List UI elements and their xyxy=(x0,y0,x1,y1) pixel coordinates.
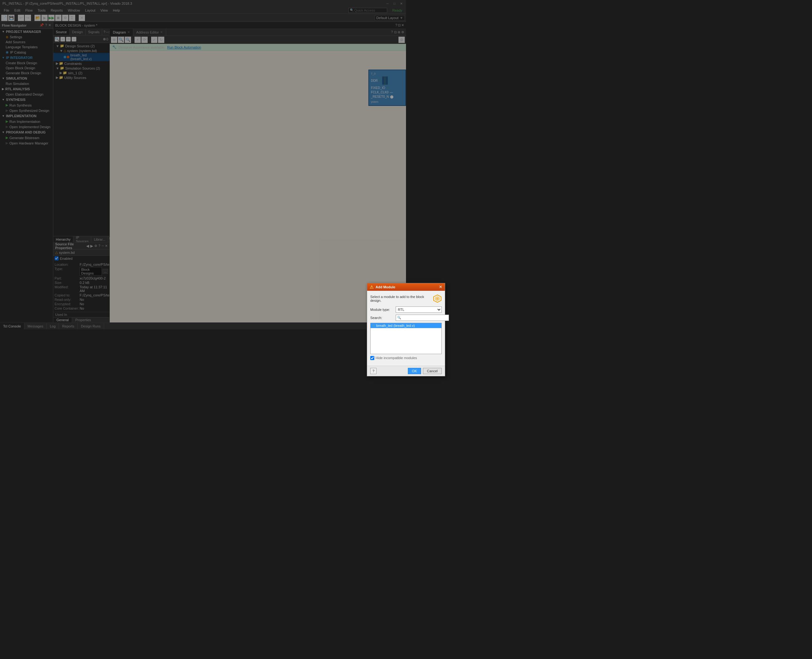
module-list[interactable]: breath_led (breath_led.v) xyxy=(370,323,406,330)
dialog-title: ⚠ Add Module xyxy=(370,285,395,290)
dialog-titlebar: ⚠ Add Module ✕ xyxy=(367,283,406,291)
dialog-desc-text: Select a module to add to the block desi… xyxy=(370,295,406,303)
module-search-input[interactable] xyxy=(401,315,406,321)
dialog-body: Select a module to add to the block desi… xyxy=(367,291,406,330)
module-item-label: breath_led (breath_led.v) xyxy=(376,324,406,328)
dialog-warning-icon: ⚠ xyxy=(370,285,374,290)
modal-overlay: ⚠ Add Module ✕ Select a module to add to… xyxy=(0,0,406,330)
search-field-wrapper: 🔍 xyxy=(396,315,406,321)
search-icon-dialog: 🔍 xyxy=(397,316,401,319)
module-type-label: Module type: xyxy=(370,308,394,312)
dialog-title-text: Add Module xyxy=(376,285,395,289)
search-row: Search: 🔍 xyxy=(370,315,406,321)
module-item-breath-led[interactable]: breath_led (breath_led.v) xyxy=(371,323,406,328)
add-module-dialog: ⚠ Add Module ✕ Select a module to add to… xyxy=(367,283,406,330)
module-dot-icon xyxy=(373,324,375,327)
dialog-description: Select a module to add to the block desi… xyxy=(370,294,406,303)
search-label: Search: xyxy=(370,316,394,320)
module-type-select[interactable]: RTL IP All xyxy=(396,306,406,313)
module-type-row: Module type: RTL IP All xyxy=(370,306,406,313)
